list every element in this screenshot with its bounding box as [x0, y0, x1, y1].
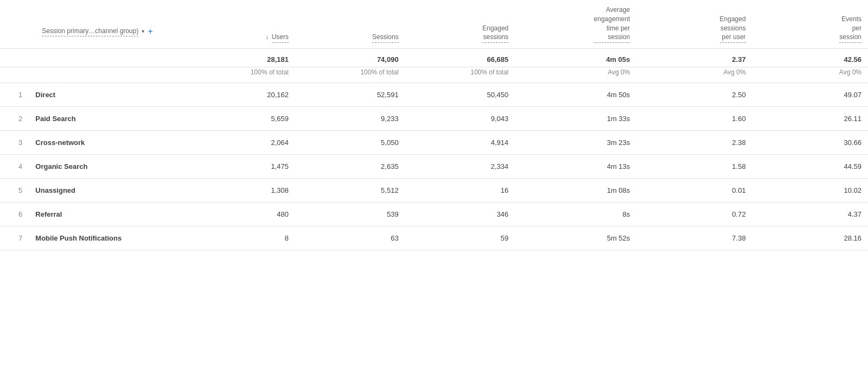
row-name-cell[interactable]: Unassigned	[29, 179, 185, 203]
row-engaged-cell: 4,914	[405, 131, 515, 155]
totals-eng-per-sub: Avg 0%	[636, 67, 752, 83]
add-dimension-icon[interactable]: +	[148, 26, 152, 37]
engaged-header-label: Engagedsessions	[482, 24, 508, 43]
row-users-cell: 2,064	[185, 131, 295, 155]
eng-per-column-header[interactable]: Engagedsessionsper user	[636, 0, 752, 49]
row-users-cell: 5,659	[185, 107, 295, 131]
row-avg-eng-cell: 4m 50s	[515, 83, 636, 107]
row-events-cell: 28.16	[752, 226, 868, 250]
row-engaged-cell: 9,043	[405, 107, 515, 131]
dimension-column-header[interactable]: Session primary…channel group) ▾ +	[29, 0, 185, 49]
table-row: 5 Unassigned 1,308 5,512 16 1m 08s 0.01 …	[0, 179, 868, 203]
totals-index-cell	[0, 49, 29, 67]
row-engaged-cell: 346	[405, 203, 515, 226]
totals-name-cell	[29, 49, 185, 67]
events-column-header[interactable]: Eventspersession	[752, 0, 868, 49]
table-row: 6 Referral 480 539 346 8s 0.72 4.37	[0, 203, 868, 226]
totals-engaged-sub: 100% of total	[405, 67, 515, 83]
totals-events-sub: Avg 0%	[752, 67, 868, 83]
engaged-column-header[interactable]: Engagedsessions	[405, 0, 515, 49]
row-events-cell: 30.66	[752, 131, 868, 155]
table-row: 7 Mobile Push Notifications 8 63 59 5m 5…	[0, 226, 868, 250]
totals-row: 28,181 74,090 66,685 4m 05s 2.37 42.56	[0, 49, 868, 67]
chevron-down-icon[interactable]: ▾	[142, 28, 144, 35]
totals-users-sub: 100% of total	[185, 67, 295, 83]
row-sessions-cell: 9,233	[295, 107, 405, 131]
row-name-cell[interactable]: Paid Search	[29, 107, 185, 131]
row-name-cell[interactable]: Organic Search	[29, 155, 185, 179]
row-sessions-cell: 5,512	[295, 179, 405, 203]
row-index-cell: 1	[0, 83, 29, 107]
row-engaged-cell: 59	[405, 226, 515, 250]
row-index-cell: 3	[0, 131, 29, 155]
row-users-cell: 1,475	[185, 155, 295, 179]
row-events-cell: 49.07	[752, 83, 868, 107]
row-eng-per-cell: 0.72	[636, 203, 752, 226]
row-name-cell[interactable]: Cross-network	[29, 131, 185, 155]
table-row: 4 Organic Search 1,475 2,635 2,334 4m 13…	[0, 155, 868, 179]
row-index-cell: 2	[0, 107, 29, 131]
row-avg-eng-cell: 8s	[515, 203, 636, 226]
row-name-cell[interactable]: Direct	[29, 83, 185, 107]
row-sessions-cell: 2,635	[295, 155, 405, 179]
row-events-cell: 4.37	[752, 203, 868, 226]
events-header-label: Eventspersession	[839, 15, 861, 43]
row-users-cell: 1,308	[185, 179, 295, 203]
table-row: 2 Paid Search 5,659 9,233 9,043 1m 33s 1…	[0, 107, 868, 131]
row-avg-eng-cell: 5m 52s	[515, 226, 636, 250]
row-eng-per-cell: 1.58	[636, 155, 752, 179]
row-index-cell: 6	[0, 203, 29, 226]
row-engaged-cell: 2,334	[405, 155, 515, 179]
totals-sessions: 74,090	[295, 49, 405, 67]
row-sessions-cell: 52,591	[295, 83, 405, 107]
totals-subtitle-row: 100% of total 100% of total 100% of tota…	[0, 67, 868, 83]
table-row: 1 Direct 20,162 52,591 50,450 4m 50s 2.5…	[0, 83, 868, 107]
row-index-cell: 4	[0, 155, 29, 179]
row-events-cell: 10.02	[752, 179, 868, 203]
row-avg-eng-cell: 1m 33s	[515, 107, 636, 131]
table-row: 3 Cross-network 2,064 5,050 4,914 3m 23s…	[0, 131, 868, 155]
sessions-header-label[interactable]: Sessions	[372, 33, 399, 43]
row-eng-per-cell: 1.60	[636, 107, 752, 131]
analytics-table: Session primary…channel group) ▾ + ↓ Use…	[0, 0, 868, 250]
row-avg-eng-cell: 3m 23s	[515, 131, 636, 155]
row-eng-per-cell: 7.38	[636, 226, 752, 250]
row-sessions-cell: 539	[295, 203, 405, 226]
row-engaged-cell: 50,450	[405, 83, 515, 107]
users-header-label[interactable]: Users	[272, 33, 289, 43]
sort-arrow-icon: ↓	[265, 33, 269, 42]
totals-events: 42.56	[752, 49, 868, 67]
eng-per-header-label: Engagedsessionsper user	[720, 15, 746, 43]
totals-sessions-sub: 100% of total	[295, 67, 405, 83]
totals-users: 28,181	[185, 49, 295, 67]
row-eng-per-cell: 0.01	[636, 179, 752, 203]
row-users-cell: 480	[185, 203, 295, 226]
totals-eng-per: 2.37	[636, 49, 752, 67]
avg-eng-header-label: Averageengagementtime persession	[594, 5, 630, 43]
row-index-cell: 7	[0, 226, 29, 250]
row-events-cell: 26.11	[752, 107, 868, 131]
totals-avg-eng: 4m 05s	[515, 49, 636, 67]
row-index-cell: 5	[0, 179, 29, 203]
avg-eng-column-header[interactable]: Averageengagementtime persession	[515, 0, 636, 49]
row-users-cell: 8	[185, 226, 295, 250]
row-events-cell: 44.59	[752, 155, 868, 179]
row-avg-eng-cell: 4m 13s	[515, 155, 636, 179]
row-name-cell[interactable]: Mobile Push Notifications	[29, 226, 185, 250]
sessions-column-header[interactable]: Sessions	[295, 0, 405, 49]
row-eng-per-cell: 2.38	[636, 131, 752, 155]
row-engaged-cell: 16	[405, 179, 515, 203]
dimension-label[interactable]: Session primary…channel group)	[42, 27, 138, 37]
row-users-cell: 20,162	[185, 83, 295, 107]
users-column-header[interactable]: ↓ Users	[185, 0, 295, 49]
row-sessions-cell: 5,050	[295, 131, 405, 155]
row-name-cell[interactable]: Referral	[29, 203, 185, 226]
totals-engaged: 66,685	[405, 49, 515, 67]
index-column-header	[0, 0, 29, 49]
row-eng-per-cell: 2.50	[636, 83, 752, 107]
row-sessions-cell: 63	[295, 226, 405, 250]
totals-avg-eng-sub: Avg 0%	[515, 67, 636, 83]
row-avg-eng-cell: 1m 08s	[515, 179, 636, 203]
